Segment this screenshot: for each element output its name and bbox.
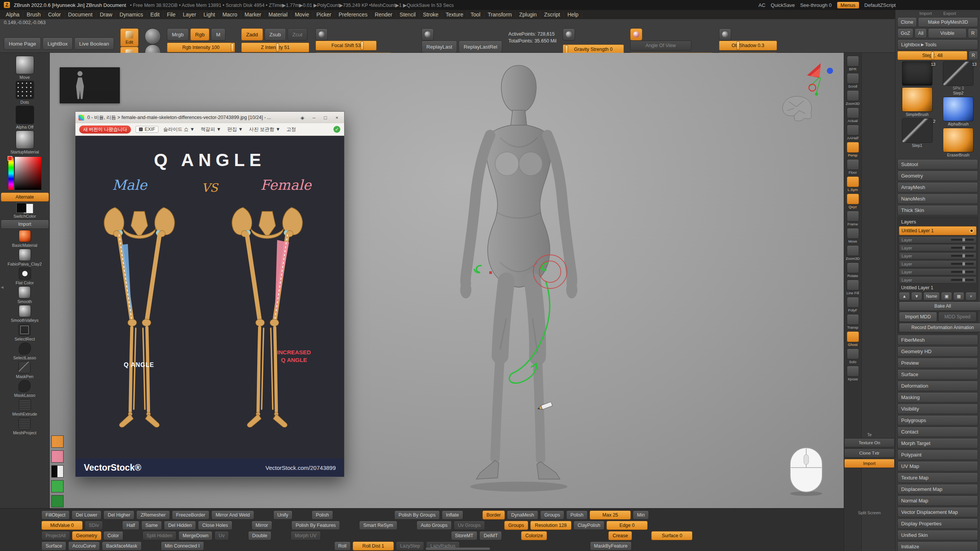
layer-row[interactable]: Layer (899, 260, 977, 267)
menu-item[interactable]: Macro (219, 11, 241, 18)
tray-button[interactable]: Min (633, 510, 649, 520)
tray-button[interactable]: Same (141, 521, 162, 530)
tray-button[interactable]: Uv Groups (454, 521, 485, 530)
quicksave-button[interactable]: QuickSave (771, 2, 795, 8)
tray-button[interactable]: Geometry (72, 531, 101, 540)
clone-button[interactable]: Clone (897, 17, 917, 27)
menu-item[interactable]: Alpha (2, 11, 23, 18)
viewport-control[interactable]: Persp (847, 142, 859, 157)
layer-row[interactable]: Layer (899, 268, 977, 276)
layer-row[interactable]: Layer (899, 252, 977, 259)
tray-button[interactable]: ClayPolish (573, 521, 604, 530)
goz-all-button[interactable]: All (915, 28, 927, 38)
replay-last-button[interactable]: ReplayLast (421, 41, 457, 53)
viewport-control[interactable]: Move (847, 228, 859, 243)
gravity-icon[interactable] (563, 28, 575, 41)
tray-item-thumbnail[interactable] (19, 305, 31, 317)
tray-button[interactable]: Roll Dist 1 (353, 541, 394, 551)
axis-gizmo[interactable] (806, 62, 837, 97)
palette-section[interactable]: Vector Displacement Map (897, 507, 978, 517)
layer-intensity-slider[interactable] (951, 247, 974, 249)
tray-button[interactable]: Groups (540, 510, 564, 520)
menus-button[interactable]: Menus (837, 2, 859, 8)
layer-tool-button[interactable]: ▼ (911, 292, 922, 300)
palette-section[interactable]: Contact (897, 427, 978, 437)
viewport-control[interactable]: Zoom3D (846, 90, 859, 106)
obj-shadow-slider[interactable]: ObjShadow 0.3 (719, 41, 777, 51)
palette-section[interactable]: Texture Map (897, 473, 978, 483)
tray-button[interactable]: Auto Groups (416, 521, 452, 530)
palette-section[interactable]: UV Map (897, 461, 978, 471)
tray-button[interactable]: Polish (312, 510, 333, 520)
rgb-intensity-slider[interactable]: Rgb Intensity 100 (167, 42, 235, 52)
layer-intensity-slider[interactable] (951, 263, 974, 265)
viewer-menu[interactable]: 슬라이드 쇼 ▼ (163, 126, 194, 133)
palette-section[interactable]: Display Properties (897, 518, 978, 529)
palette-section[interactable]: ArrayMesh (897, 182, 978, 192)
angle-of-view-icon[interactable] (630, 28, 642, 41)
palette-section[interactable]: Polygroups (897, 415, 978, 425)
tray-button[interactable]: Half (122, 521, 139, 530)
zcut-button[interactable]: Zcut (287, 28, 307, 41)
lightbox-tools-bar[interactable]: Lightbox►Tools (897, 39, 978, 50)
tray-button[interactable]: FreezeBorder (172, 510, 209, 520)
import-color-button[interactable]: Import (1, 220, 49, 229)
tray-button[interactable]: SDiv (85, 521, 103, 530)
palette-section[interactable]: Preview (897, 358, 978, 368)
tray-button[interactable]: ZRemesher (136, 510, 170, 520)
palette-section[interactable]: Normal Map (897, 496, 978, 506)
update-badge[interactable]: 새 버전이 나왔습니다 (79, 126, 131, 134)
tray-item-thumbnail[interactable] (19, 230, 31, 242)
layer-intensity-slider[interactable] (951, 279, 974, 281)
bake-all-button[interactable]: Bake All (899, 302, 980, 311)
menu-item[interactable]: Brush (23, 11, 45, 18)
viewport-control[interactable]: Floor (847, 159, 859, 174)
angle-of-view-slider[interactable]: Angle Of View (630, 41, 691, 51)
color-swatches[interactable] (16, 203, 33, 213)
focal-shift-icon[interactable] (315, 28, 328, 41)
swatch-dark-green[interactable] (51, 495, 64, 507)
layer-tool-button[interactable]: ▣ (941, 292, 952, 300)
menu-item[interactable]: Movie (291, 11, 313, 18)
tray-item-thumbnail[interactable] (18, 286, 31, 298)
zadd-button[interactable]: Zadd (241, 28, 263, 41)
tray-item[interactable]: MeshProject (13, 417, 36, 435)
layer-row[interactable]: Layer (899, 276, 977, 284)
palette-section[interactable]: FiberMesh (897, 335, 978, 345)
viewport-control[interactable]: Ghost (847, 331, 859, 347)
layer-tool-button[interactable]: × (965, 292, 977, 300)
tray-item[interactable]: Smooth (18, 286, 32, 304)
menu-item[interactable]: Color (44, 11, 64, 18)
exif-button[interactable]: EXIF (136, 126, 159, 133)
viewer-menu[interactable]: 고정 (286, 126, 296, 133)
viewer-menu[interactable]: 사진 보관함 ▼ (249, 126, 281, 133)
tray-button[interactable]: Morph UV (291, 531, 320, 540)
tray-button[interactable]: Inflate (442, 510, 463, 520)
layer-tool-button[interactable]: ▦ (953, 292, 964, 300)
layer-tool-button[interactable]: ▲ (899, 292, 910, 300)
tool-thumbnail-image[interactable] (943, 61, 973, 86)
horizontal-scrollbar[interactable] (426, 548, 490, 550)
tray-button[interactable]: Surface 0 (651, 531, 693, 540)
tray-item[interactable]: SmoothValleys (11, 305, 39, 323)
palette-section[interactable]: Thick Skin (897, 205, 978, 215)
focal-shift-slider[interactable]: Focal Shift 53 (315, 41, 377, 51)
tray-button[interactable]: FillObject (41, 510, 70, 520)
split-screen-label[interactable]: Split Screen (844, 510, 895, 515)
menu-item[interactable]: Dynamics (116, 11, 147, 18)
layer-intensity-slider[interactable] (951, 271, 974, 273)
tray-button[interactable]: Del Hidden (164, 521, 196, 530)
tray-item-thumbnail[interactable] (18, 380, 31, 392)
tray-button[interactable]: Crease (608, 531, 632, 540)
tray-button[interactable]: Resolution 128 (530, 521, 572, 530)
layer-visibility-icon[interactable] (969, 228, 974, 233)
swatch-orange[interactable] (51, 435, 64, 448)
viewport-control[interactable]: Qxyz (847, 194, 859, 209)
tray-button[interactable]: Split Hidden (142, 531, 176, 540)
tray-tool-thumbnail[interactable] (16, 106, 34, 124)
tray-button[interactable]: BackfaceMask (102, 541, 141, 551)
tray-button[interactable]: Surface (41, 541, 66, 551)
tray-button[interactable]: Groups (504, 521, 528, 530)
palette-section[interactable]: Masking (897, 392, 978, 403)
make-polymesh3d-button[interactable]: Make PolyMesh3D (918, 17, 978, 27)
